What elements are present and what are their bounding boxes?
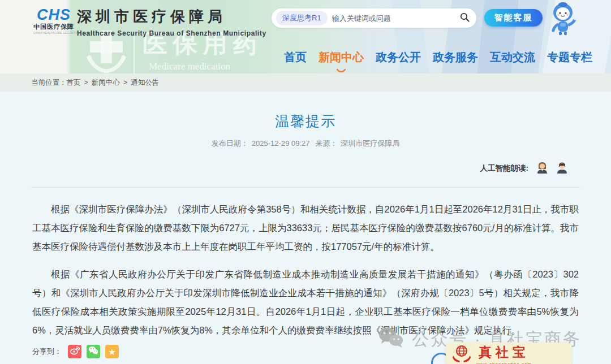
chevron-down-icon xyxy=(337,63,346,73)
search-input[interactable] xyxy=(328,14,456,23)
badge-url: www.zhenshebao.com xyxy=(476,362,532,364)
nav-item-home[interactable]: 首页 xyxy=(284,50,307,65)
breadcrumb-home[interactable]: 首页 xyxy=(67,78,81,88)
header-banner: 医保用药 Medicare medication CHS 中国医疗保障 CHIN… xyxy=(0,0,611,73)
breadcrumb-notices[interactable]: 通知公告 xyxy=(131,78,159,88)
banner-watermark-en: Medicare medication xyxy=(149,61,230,72)
article-meta: 发布日期：2025-12-29 09:27 来源：深圳市医疗保障局 xyxy=(0,138,611,149)
wechat-icon xyxy=(88,346,98,357)
paragraph-1: 根据《深圳市医疗保障办法》（深圳市人民政府令第358号）和相关统计数据，自202… xyxy=(32,200,579,256)
weibo-share-button[interactable] xyxy=(68,345,81,358)
nav-item-news[interactable]: 新闻中心 xyxy=(319,50,364,65)
chs-logo-name-en: CHINA HEALTHCARE SECURITY xyxy=(33,31,74,34)
search-icon xyxy=(460,12,470,24)
deep-think-tag[interactable]: 深度思考R1 xyxy=(276,11,328,25)
qzone-share-button[interactable]: ★ xyxy=(105,345,119,358)
search-button[interactable] xyxy=(456,10,473,27)
article-title: 温馨提示 xyxy=(0,112,611,131)
banner-divider xyxy=(134,34,135,73)
male-reader-avatar-icon[interactable] xyxy=(556,161,568,175)
nav-item-interaction[interactable]: 互动交流 xyxy=(490,50,535,65)
nav-item-gov-open[interactable]: 政务公开 xyxy=(376,50,421,65)
chs-logo-name-cn: 中国医疗保障 xyxy=(31,23,76,31)
site-subtitle: Healthcare Security Bureau of Shenzhen M… xyxy=(77,29,266,37)
wechat-share-button[interactable] xyxy=(87,345,100,358)
weibo-icon xyxy=(70,346,80,357)
ai-read-label: 人工智能朗读: xyxy=(480,163,529,174)
breadcrumb-prefix: 当前位置： xyxy=(31,78,67,88)
smart-service-button[interactable]: 智能客服 xyxy=(484,9,543,27)
nav-item-gov-service[interactable]: 政务服务 xyxy=(433,50,478,65)
wechat-gray-icon xyxy=(378,327,404,352)
site-title: 深圳市医疗保障局 xyxy=(77,7,266,27)
search-bar: 深度思考R1 xyxy=(272,8,476,28)
source-value: 深圳市医疗保障局 xyxy=(341,139,399,148)
chs-logo[interactable]: CHS 中国医疗保障 CHINA HEALTHCARE SECURITY xyxy=(31,7,76,34)
nav-item-special[interactable]: 专题专栏 xyxy=(547,50,592,65)
chs-logo-abbr: CHS xyxy=(31,7,76,23)
publish-date-value: 2025-12-29 09:27 xyxy=(252,139,310,148)
ai-read-row: 人工智能朗读: xyxy=(480,161,569,175)
qzone-icon: ★ xyxy=(108,348,115,356)
breadcrumb: 当前位置： 首页 > 新闻中心 > 通知公告 xyxy=(0,73,611,92)
main-nav: 首页 新闻中心 政务公开 政务服务 互动交流 专题专栏 xyxy=(284,50,592,65)
site-title-block[interactable]: 深圳市医疗保障局 Healthcare Security Bureau of S… xyxy=(77,7,266,37)
publish-date-label: 发布日期： xyxy=(212,139,248,148)
share-label: 分享到： xyxy=(32,346,62,357)
breadcrumb-news-center[interactable]: 新闻中心 xyxy=(92,78,120,88)
badge-name: 真社宝 xyxy=(479,344,530,361)
globe-hands-icon xyxy=(451,344,472,364)
source-label: 来源： xyxy=(315,139,337,148)
title-divider xyxy=(31,187,580,188)
page: 医保用药 Medicare medication CHS 中国医疗保障 CHIN… xyxy=(0,0,611,364)
share-row: 分享到： xyxy=(32,345,119,358)
article-content: 温馨提示 发布日期：2025-12-29 09:27 来源：深圳市医疗保障局 人… xyxy=(0,92,611,364)
robot-mascot-icon[interactable] xyxy=(545,1,582,38)
zhenshebao-badge: 真社宝 www.zhenshebao.com xyxy=(446,343,571,364)
female-reader-avatar-icon[interactable] xyxy=(536,161,548,175)
